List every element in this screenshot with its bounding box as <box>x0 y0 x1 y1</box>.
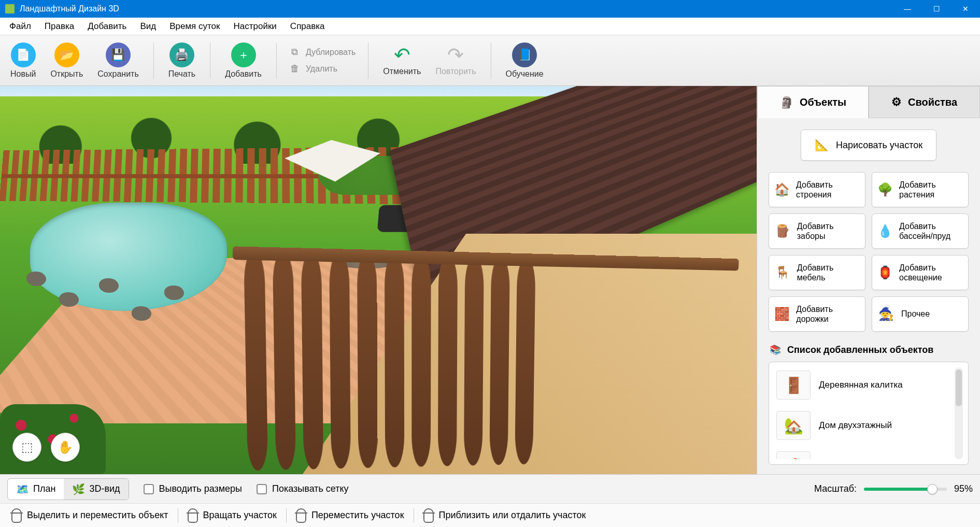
mouse-right-icon <box>188 508 198 523</box>
viewport-3d[interactable]: ⬚ ✋ <box>0 86 757 474</box>
print-button[interactable]: 🖨️ Печать <box>163 40 201 81</box>
separator <box>286 508 287 523</box>
view-mode-3d-label: 3D-вид <box>89 483 120 494</box>
open-label: Открыть <box>50 69 83 79</box>
dup-del-group: ⧉ Дублировать 🗑 Удалить <box>286 46 359 76</box>
duplicate-button[interactable]: ⧉ Дублировать <box>286 46 359 59</box>
view-mode-plan[interactable]: 🗺️ План <box>8 479 64 500</box>
cat-pool[interactable]: 💧 Добавить бассейн/пруд <box>872 213 969 249</box>
scale-control: Масштаб: 95% <box>814 483 973 494</box>
house-thumb-icon: 🏡 <box>776 411 811 440</box>
draw-plot-label: Нарисовать участок <box>836 140 922 151</box>
object-list-title: Список добавленных объектов <box>787 345 933 355</box>
object-item-label: Деревянная калитка <box>819 380 903 390</box>
side-panel: 🗿 Объекты ⚙ Свойства 📐 Нарисовать участо… <box>757 86 980 474</box>
separator <box>414 508 414 523</box>
close-button[interactable]: ✕ <box>951 0 980 18</box>
scrollbar-thumb[interactable] <box>956 369 962 406</box>
cat-furniture[interactable]: 🪑 Добавить мебель <box>769 255 865 290</box>
redo-button[interactable]: ↷ Повторить <box>430 43 481 78</box>
orbit-tool-button[interactable]: ⬚ <box>12 433 41 462</box>
side-tabs: 🗿 Объекты ⚙ Свойства <box>757 86 980 118</box>
tab-objects-label: Объекты <box>800 96 846 108</box>
viewport-tools: ⬚ ✋ <box>12 433 80 462</box>
undo-label: Отменить <box>383 67 421 76</box>
cat-buildings-label: Добавить строения <box>796 180 860 200</box>
cat-lighting[interactable]: 🏮 Добавить освещение <box>872 255 969 290</box>
cat-paths-label: Добавить дорожки <box>796 304 860 324</box>
checkbox-show-sizes[interactable]: Выводить размеры <box>144 483 243 494</box>
new-label: Новый <box>10 69 36 79</box>
object-item-gate[interactable]: 🚪 Деревянная калитка <box>774 367 949 403</box>
objects-icon: 🗿 <box>779 96 793 109</box>
menu-add[interactable]: Добавить <box>81 19 133 34</box>
pool-icon: 💧 <box>877 222 893 240</box>
tutorial-button[interactable]: 📘 Обучение <box>501 40 549 81</box>
checkbox-box <box>257 484 267 494</box>
cat-fences[interactable]: 🪵 Добавить заборы <box>769 213 865 249</box>
mouse-middle-icon <box>296 508 306 523</box>
toolbar-separator <box>491 42 491 79</box>
draw-plot-button[interactable]: 📐 Нарисовать участок <box>801 130 936 161</box>
cat-other-label: Прочее <box>901 309 930 319</box>
gear-icon: ⚙ <box>891 95 902 109</box>
menubar: Файл Правка Добавить Вид Время суток Нас… <box>0 18 980 35</box>
gate-thumb-icon: 🚪 <box>776 371 811 400</box>
object-item-label: Дом двухэтажный <box>819 420 892 431</box>
hint-text: Переместить участок <box>311 510 404 521</box>
hint-text: Вращать участок <box>203 510 277 521</box>
cat-other[interactable]: 🧙 Прочее <box>872 296 969 332</box>
checkbox-show-grid[interactable]: Показывать сетку <box>257 483 349 494</box>
minimize-button[interactable]: — <box>893 0 922 18</box>
scale-value: 95% <box>954 483 973 494</box>
cat-buildings[interactable]: 🏠 Добавить строения <box>769 172 865 207</box>
hand-icon: ✋ <box>58 440 73 454</box>
plus-icon: ＋ <box>231 42 256 67</box>
cat-paths[interactable]: 🧱 Добавить дорожки <box>769 296 865 332</box>
maximize-button[interactable]: ☐ <box>922 0 951 18</box>
object-list-header: 📚 Список добавленных объектов <box>757 332 980 362</box>
object-list-scrollbar[interactable] <box>955 367 963 459</box>
menu-file[interactable]: Файл <box>3 19 37 34</box>
view-mode-3d[interactable]: 🌿 3D-вид <box>64 479 128 500</box>
delete-button[interactable]: 🗑 Удалить <box>286 62 359 76</box>
menu-help[interactable]: Справка <box>284 19 331 34</box>
tab-objects[interactable]: 🗿 Объекты <box>757 86 869 118</box>
open-button[interactable]: 📂 Открыть <box>45 40 88 81</box>
checkbox-show-grid-label: Показывать сетку <box>272 483 349 494</box>
object-item-plot[interactable]: ⛳ Участок <box>774 448 949 459</box>
cat-plants-label: Добавить растения <box>899 180 963 200</box>
duplicate-label: Дублировать <box>306 48 356 57</box>
scene-rocks <box>23 265 204 335</box>
tab-properties[interactable]: ⚙ Свойства <box>869 86 980 118</box>
lamp-icon: 🏮 <box>877 264 893 281</box>
view-mode-plan-label: План <box>33 483 55 494</box>
save-button[interactable]: 💾 Сохранить <box>92 40 144 81</box>
pan-tool-button[interactable]: ✋ <box>51 433 80 462</box>
separator <box>178 508 178 523</box>
menu-daytime[interactable]: Время суток <box>163 19 226 34</box>
menu-settings[interactable]: Настройки <box>228 19 283 34</box>
menu-view[interactable]: Вид <box>134 19 162 34</box>
hint-pan: Переместить участок <box>292 508 408 523</box>
tutorial-label: Обучение <box>506 69 544 79</box>
new-button[interactable]: 📄 Новый <box>5 40 41 81</box>
delete-label: Удалить <box>306 64 337 74</box>
menu-edit[interactable]: Правка <box>38 19 80 34</box>
scale-slider[interactable] <box>864 488 947 491</box>
undo-button[interactable]: ↶ Отменить <box>378 43 426 78</box>
object-item-house[interactable]: 🏡 Дом двухэтажный <box>774 408 949 443</box>
object-list: 🚪 Деревянная калитка 🏡 Дом двухэтажный ⛳… <box>769 362 969 465</box>
add-button[interactable]: ＋ Добавить <box>220 40 267 81</box>
printer-icon: 🖨️ <box>169 42 194 67</box>
file-new-icon: 📄 <box>11 42 36 67</box>
cat-plants[interactable]: 🌳 Добавить растения <box>872 172 969 207</box>
gnome-icon: 🧙 <box>877 305 895 323</box>
print-label: Печать <box>168 69 195 79</box>
cat-fences-label: Добавить заборы <box>797 221 860 241</box>
checkbox-box <box>144 484 154 494</box>
mouse-left-icon <box>11 508 22 523</box>
scale-slider-knob[interactable] <box>927 484 938 494</box>
book-icon: 📘 <box>512 42 537 67</box>
duplicate-icon: ⧉ <box>289 47 301 58</box>
